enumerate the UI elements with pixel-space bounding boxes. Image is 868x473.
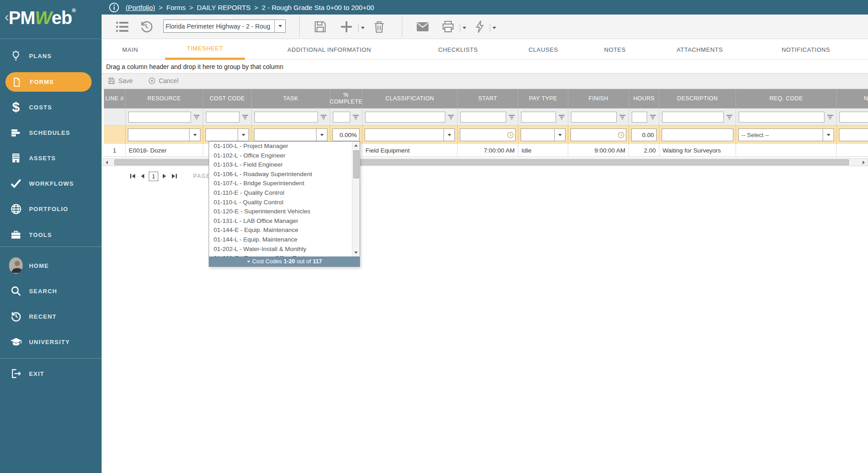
filter-funnel-icon[interactable] [508,114,515,120]
resource-combobox[interactable] [128,129,189,141]
sidebar-item-portfolio[interactable]: PORTFOLIO [0,199,102,219]
column-header-req-code[interactable]: REQ. CODE [736,89,837,108]
tab-checklists[interactable]: CHECKLISTS [438,39,478,60]
cost-code-dropdown-button[interactable] [238,129,249,141]
column-header-classification[interactable]: CLASSIFICATION [362,89,458,108]
add-icon[interactable] [339,20,354,34]
column-header-cost-code[interactable]: COST CODE [203,89,252,108]
column-header-percent-complete[interactable]: % COMPLETE [330,89,362,108]
tab-notifications[interactable]: NOTIFICATIONS [781,39,830,60]
list-item[interactable]: 01-100-L - Project Manager [209,142,360,151]
filter-funnel-icon[interactable] [320,114,327,120]
resource-dropdown-button[interactable] [189,129,200,141]
filter-funnel-icon[interactable] [448,114,454,120]
next-page-button[interactable] [162,173,167,179]
scroll-left-button[interactable] [103,159,111,166]
percent-complete-input[interactable] [332,128,360,141]
cost-code-combobox[interactable] [206,129,238,141]
filter-input-description[interactable] [662,112,724,123]
column-header-resource[interactable]: RESOURCE [126,89,203,108]
list-item[interactable]: 01-110-L - Quality Control [209,198,360,207]
list-item[interactable]: 01-103-L - Field Engineer [209,160,360,170]
description-input[interactable] [662,128,733,141]
filter-funnel-icon[interactable] [558,114,565,120]
sidebar-item-assets[interactable]: ASSETS [0,148,102,168]
list-item[interactable]: 01-106-L - Roadway Superintendent [209,170,360,179]
list-item[interactable]: 01-144-E - Equip. Maintenance [209,226,360,235]
task-dropdown-button[interactable] [316,129,327,141]
save-icon[interactable] [313,20,327,34]
column-header-task[interactable]: TASK [252,89,330,108]
sidebar-item-search[interactable]: SEARCH [0,281,102,301]
grid-save-button[interactable]: Save [108,77,133,84]
list-item[interactable]: 01-120-E - Superintendent Vehicles [209,207,360,217]
record-selector-dropdown-button[interactable] [274,20,285,32]
filter-input-start[interactable] [460,112,506,123]
scroll-right-button[interactable] [860,159,868,166]
sidebar-item-forms[interactable]: FORMS [5,72,92,92]
grid-cancel-button[interactable]: Cancel [148,77,179,84]
lightning-icon[interactable] [473,20,487,34]
list-item[interactable]: 01-131-L - LAB Office Manager [209,217,360,226]
tab-attachments[interactable]: ATTACHMENTS [677,39,723,60]
filter-input-req-code[interactable] [739,112,824,123]
filter-input-percent-complete[interactable] [333,112,350,123]
filter-input-pay-type[interactable] [521,112,556,123]
pay-type-combobox[interactable] [521,129,554,141]
filter-funnel-icon[interactable] [726,114,733,120]
last-page-button[interactable] [171,173,177,179]
filter-input-resource[interactable] [128,112,191,123]
list-item[interactable]: 01-202-L - Water-Install & Monthly [209,245,360,254]
mail-icon[interactable] [415,20,430,34]
task-combobox[interactable] [254,129,316,141]
first-page-button[interactable] [130,173,136,179]
scroll-down-button[interactable] [352,249,360,256]
tab-notes[interactable]: NOTES [604,39,626,60]
numbered-list-icon[interactable] [115,20,130,34]
lightning-dropdown-caret[interactable] [490,24,496,32]
delete-icon[interactable] [372,20,386,34]
filter-funnel-icon[interactable] [827,114,834,120]
classification-combobox[interactable] [365,129,444,141]
filter-input-task[interactable] [254,112,318,123]
list-item[interactable]: 01-110-E - Quality Control [209,188,360,198]
filter-funnel-icon[interactable] [242,114,249,120]
sidebar-item-recent[interactable]: RECENT [0,306,102,326]
list-item[interactable]: 01-302-E - Temporary Office Equip [209,254,360,256]
sidebar-item-university[interactable]: UNIVERSITY [0,332,102,352]
sidebar-item-workflows[interactable]: WORKFLOWS [0,173,102,193]
sidebar-item-plans[interactable]: PLANS [0,46,102,66]
column-header-line[interactable]: LINE # [104,89,126,108]
record-selector-input[interactable] [164,20,274,32]
filter-input-finish[interactable] [571,112,617,123]
sidebar-item-exit[interactable]: EXIT [0,364,102,384]
column-header-finish[interactable]: FINISH [568,89,629,108]
pay-type-dropdown-button[interactable] [554,129,565,141]
add-dropdown-caret[interactable] [358,24,365,32]
filter-input-cost-code[interactable] [206,112,239,123]
sidebar-item-costs[interactable]: $ COSTS [0,97,102,117]
sidebar-item-schedules[interactable]: SCHEDULES [0,123,102,143]
column-header-pay-type[interactable]: PAY TYPE [518,89,568,108]
history-icon[interactable] [139,20,153,34]
start-time-input[interactable] [460,129,505,141]
print-icon[interactable] [441,20,455,34]
notes-input[interactable] [839,128,868,141]
list-item[interactable]: 01-144-L - Equip. Maintenance [209,235,360,245]
previous-page-button[interactable] [140,173,145,179]
list-item[interactable]: 01-102-L - Office Engineer [209,151,360,161]
filter-input-hours[interactable] [632,112,647,123]
sidebar-item-home[interactable]: HOME [0,256,102,276]
clock-icon[interactable] [616,132,626,138]
pmweb-logo[interactable]: ‹PMWeb® [5,7,76,28]
column-header-description[interactable]: DESCRIPTION [659,89,736,108]
column-header-notes-clipped[interactable]: N [837,89,868,108]
breadcrumb-portfolio-link[interactable]: (Portfolio) [126,4,155,11]
filter-input-notes[interactable] [839,112,868,123]
dropdown-scrollbar[interactable] [352,142,360,256]
classification-dropdown-button[interactable] [444,129,454,141]
filter-funnel-icon[interactable] [649,114,656,120]
scroll-up-button[interactable] [352,142,360,149]
tab-timesheet[interactable]: TIMESHEET [165,39,245,60]
column-header-hours[interactable]: HOURS [629,89,659,108]
